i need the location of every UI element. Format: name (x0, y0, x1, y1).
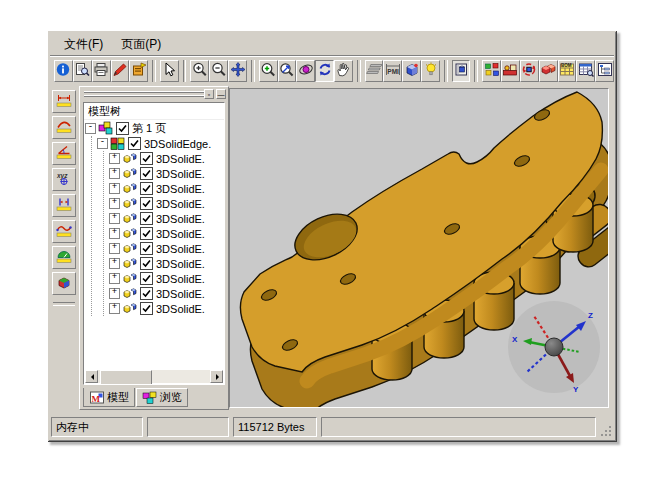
table-view-button[interactable] (576, 60, 595, 82)
tree-node-checkbox[interactable] (140, 287, 153, 300)
axis-label-x: X (512, 335, 518, 344)
measure-area-button[interactable] (52, 246, 76, 269)
tree-node[interactable]: +3DSolidE. (109, 196, 223, 211)
measure-volume-button[interactable] (52, 272, 76, 295)
tree-node-checkbox[interactable] (140, 272, 153, 285)
expand-icon[interactable]: + (109, 168, 120, 179)
scroll-right-button[interactable] (210, 370, 223, 383)
tree-node[interactable]: +3DSolidE. (109, 226, 223, 241)
measure-coordinate-button[interactable]: xyz (52, 168, 76, 191)
scroll-thumb[interactable] (100, 370, 152, 385)
status-cell-3 (321, 417, 596, 437)
panel-grip[interactable] (84, 89, 204, 100)
part-node-icon (122, 241, 138, 256)
markup-button[interactable] (111, 60, 130, 82)
notebook-button[interactable] (452, 60, 471, 82)
tree-node[interactable]: -第 1 页 (85, 121, 223, 136)
tree-node-checkbox[interactable] (140, 182, 153, 195)
expand-icon[interactable]: + (109, 273, 120, 284)
collapse-icon[interactable]: - (85, 123, 96, 134)
expand-icon[interactable]: + (109, 183, 120, 194)
tree-node[interactable]: +3DSolidE. (109, 301, 223, 316)
tree-node[interactable]: +3DSolidE. (109, 286, 223, 301)
measure-toolbar: xyz (50, 88, 78, 412)
parts-button[interactable] (539, 60, 558, 82)
tree-node[interactable]: +3DSolidE. (109, 211, 223, 226)
tree-node[interactable]: +3DSolidE. (109, 271, 223, 286)
assembly-button[interactable] (482, 60, 501, 82)
resize-grip[interactable] (600, 424, 613, 437)
expand-icon[interactable]: + (109, 213, 120, 224)
tree-list-button[interactable] (595, 60, 614, 82)
expand-icon[interactable]: + (109, 288, 120, 299)
layers-button[interactable] (365, 60, 384, 82)
pmi-button[interactable]: PMI (383, 60, 402, 82)
parts-icon (540, 62, 556, 80)
tree-node[interactable]: +3DSolidE. (109, 151, 223, 166)
scroll-track[interactable] (98, 370, 210, 383)
pan-button[interactable] (228, 60, 247, 82)
measure-gap-button[interactable] (52, 194, 76, 217)
refresh-button[interactable] (315, 60, 334, 82)
orbit-icon (298, 62, 314, 80)
zoom-out-button[interactable] (209, 60, 228, 82)
scroll-left-button[interactable] (85, 370, 98, 383)
tree-node-checkbox[interactable] (116, 122, 129, 135)
tree-node[interactable]: +3DSolidE. (109, 166, 223, 181)
zoom-window-button[interactable] (259, 60, 278, 82)
tab-browse[interactable]: 浏览 (136, 388, 188, 407)
measure-curve-length-button[interactable] (52, 220, 76, 243)
tree-node[interactable]: +3DSolidE. (109, 181, 223, 196)
tree-list-icon (597, 62, 613, 80)
print-button[interactable] (92, 60, 111, 82)
tree-node-checkbox[interactable] (140, 227, 153, 240)
tab-model[interactable]: M模型 (83, 388, 135, 407)
lighting-button[interactable] (421, 60, 440, 82)
tree-node[interactable]: -3DSolidEdge. (97, 136, 223, 151)
axis-triad[interactable]: X Z Y (506, 299, 602, 395)
expand-icon[interactable]: + (109, 258, 120, 269)
measure-angle-button[interactable] (52, 142, 76, 165)
dynamic-zoom-button[interactable] (278, 60, 297, 82)
measure-radius-button[interactable] (52, 116, 76, 139)
info-button[interactable] (54, 60, 73, 82)
viewport-3d[interactable]: X Z Y (229, 88, 609, 408)
view-3d-button[interactable] (402, 60, 421, 82)
tree-node-checkbox[interactable] (128, 137, 141, 150)
tree-node-checkbox[interactable] (140, 242, 153, 255)
dynamic-zoom-icon (279, 62, 295, 80)
tree-node-checkbox[interactable] (140, 302, 153, 315)
expand-icon[interactable]: + (109, 303, 120, 314)
rotate-button[interactable] (296, 60, 315, 82)
pan-hand-button[interactable] (334, 60, 353, 82)
collapse-icon[interactable]: - (97, 138, 108, 149)
tree-node-label: 3DSolidE. (156, 258, 205, 270)
menu-item-page[interactable]: 页面(P) (113, 34, 169, 55)
tree-node-checkbox[interactable] (140, 197, 153, 210)
part-node-icon (122, 151, 138, 166)
tree-node-checkbox[interactable] (140, 257, 153, 270)
bom-icon: BOM (559, 62, 575, 80)
tree-node-checkbox[interactable] (140, 152, 153, 165)
expand-icon[interactable]: + (109, 198, 120, 209)
tree-node-checkbox[interactable] (140, 212, 153, 225)
menu-item-file[interactable]: 文件(F) (56, 34, 111, 55)
print-preview-button[interactable] (73, 60, 92, 82)
tree-node-label: 3DSolidE. (156, 198, 205, 210)
select-button[interactable] (160, 60, 179, 82)
expand-icon[interactable]: + (109, 243, 120, 254)
expand-icon[interactable]: + (109, 228, 120, 239)
bom-button[interactable]: BOM (558, 60, 577, 82)
update-button[interactable] (520, 60, 539, 82)
tree-node[interactable]: +3DSolidE. (109, 256, 223, 271)
expand-icon[interactable]: + (109, 153, 120, 164)
panel-hide-button[interactable]: — (216, 89, 226, 99)
export-button[interactable] (129, 60, 148, 82)
panel-float-button[interactable]: ▫ (204, 89, 214, 99)
tree-node[interactable]: +3DSolidE. (109, 241, 223, 256)
machining-button[interactable] (501, 60, 520, 82)
zoom-in-button[interactable] (190, 60, 209, 82)
tree-node-checkbox[interactable] (140, 167, 153, 180)
pan-arrows-icon (230, 62, 246, 80)
measure-distance-button[interactable] (52, 90, 76, 113)
